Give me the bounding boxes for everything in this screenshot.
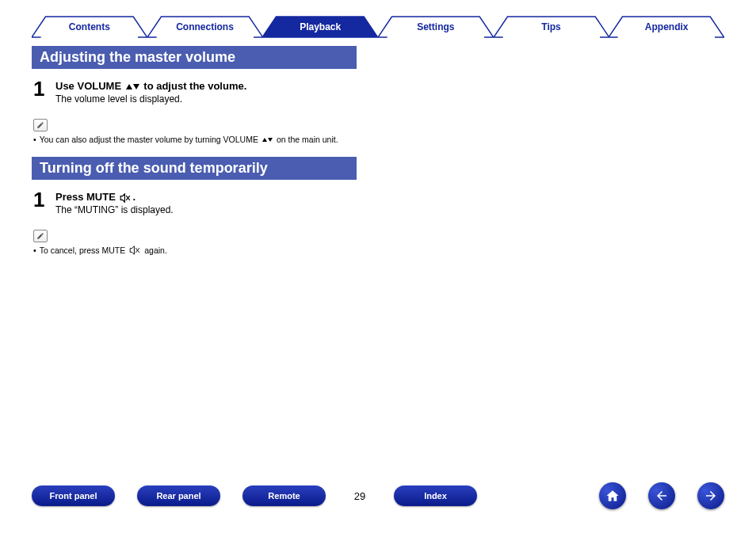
tab-contents[interactable]: Contents [32,16,147,38]
note-pre: You can also adjust the master volume by… [33,135,258,144]
page-number: 29 [348,490,372,502]
step-number: 1 [33,189,48,215]
tab-tips[interactable]: Tips [494,16,609,38]
tab-playback[interactable]: Playback [262,16,378,38]
tab-settings[interactable]: Settings [378,16,494,38]
section-heading-mute: Turning off the sound temporarily [32,157,357,180]
section-heading-volume: Adjusting the master volume [32,46,357,69]
step-title-pre: Press MUTE [55,191,118,203]
tab-label: Settings [417,21,454,32]
tab-appendix[interactable]: Appendix [609,16,724,38]
tab-label: Playback [300,21,341,32]
tab-connections[interactable]: Connections [147,16,263,38]
note-pre: To cancel, press MUTE [33,246,125,255]
index-button[interactable]: Index [394,485,477,506]
step-title: Use VOLUME to adjust the volume. [55,80,246,92]
volume-up-down-icon [262,138,273,142]
note-line-volume: You can also adjust the master volume by… [33,135,724,144]
step-1-mute: 1 Press MUTE . The “MUTING” is displayed… [33,189,724,215]
remote-button[interactable]: Remote [242,485,326,506]
step-title-pre: Use VOLUME [55,80,124,92]
step-number: 1 [33,78,48,105]
step-title-post: to adjust the volume. [141,80,247,92]
tab-label: Connections [176,21,234,32]
note-post: on the main unit. [277,135,338,144]
tab-label: Tips [541,21,560,32]
footer-bar: Front panel Rear panel Remote 29 Index [0,482,756,509]
top-tabs: Contents Connections Playback Settings T… [32,16,724,38]
pencil-note-icon [33,230,48,242]
next-page-button[interactable] [697,482,724,509]
tab-label: Contents [69,21,110,32]
step-1-volume: 1 Use VOLUME to adjust the volume. The v… [33,78,724,105]
step-description: The “MUTING” is displayed. [55,204,174,215]
home-button[interactable] [599,482,626,509]
note-post: again. [144,246,167,255]
step-title: Press MUTE . [55,191,174,203]
prev-page-button[interactable] [648,482,675,509]
volume-up-down-icon [126,84,139,89]
pencil-note-icon [33,119,48,131]
step-description: The volume level is displayed. [55,93,246,105]
rear-panel-button[interactable]: Rear panel [137,485,220,506]
front-panel-button[interactable]: Front panel [32,485,115,506]
mute-icon [120,193,131,203]
tab-label: Appendix [645,21,689,32]
step-title-post: . [132,191,136,203]
note-line-mute: To cancel, press MUTE again. [33,246,724,255]
mute-icon [129,246,140,255]
